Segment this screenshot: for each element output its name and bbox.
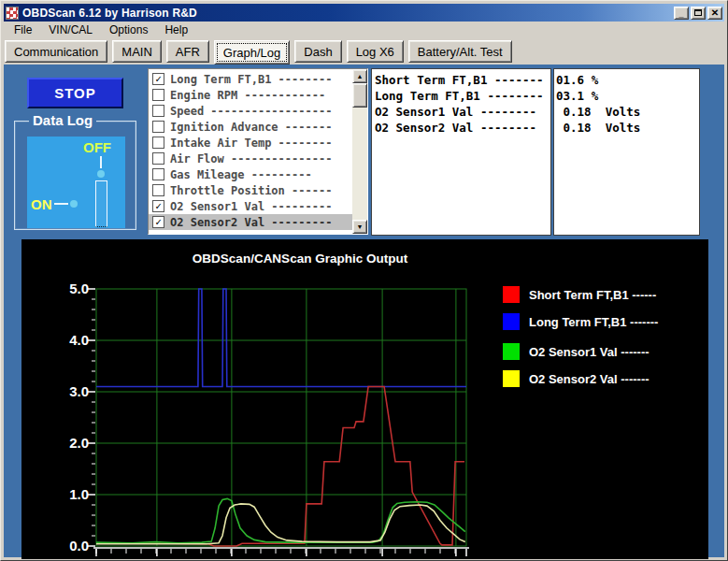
pid-rows: ✓Long Term FT,B1 -------- Engine RPM ---…: [149, 69, 352, 234]
toggle-off-tick: [100, 156, 102, 168]
maximize-button[interactable]: [691, 7, 706, 20]
checkbox[interactable]: [152, 152, 164, 165]
readout-value: 0.18 Volts: [556, 120, 699, 136]
pid-row-gas-mileage[interactable]: Gas Mileage ---------: [149, 166, 352, 182]
menu-help[interactable]: Help: [156, 22, 196, 37]
checkbox[interactable]: ✓: [152, 216, 164, 228]
y-tick-label: 1.0: [50, 486, 89, 502]
data-log-title: Data Log: [29, 112, 96, 128]
title-bar: OBDScan 6.12 by Harrison R&D _ ✕: [4, 4, 724, 22]
pid-list-scrollbar[interactable]: ▲ ▼: [352, 69, 367, 234]
toggle-on-tick: [54, 203, 68, 205]
checkbox[interactable]: ✓: [152, 200, 164, 212]
checkbox[interactable]: [152, 105, 164, 117]
minimize-button[interactable]: _: [674, 7, 689, 20]
checkbox[interactable]: [152, 121, 164, 133]
legend-swatch-blue: [503, 313, 520, 330]
readout-label: O2 Sensor1 Val --------: [375, 104, 550, 120]
pid-label: O2 Sensor2 Val ---------: [170, 216, 332, 229]
tab-log-x6[interactable]: Log X6: [347, 40, 404, 63]
pid-label: Intake Air Temp --------: [170, 137, 332, 150]
data-log-toggle-panel[interactable]: OFF ON: [27, 137, 125, 228]
pid-row-long-term-ft-b1[interactable]: ✓Long Term FT,B1 --------: [149, 71, 352, 87]
scroll-up-icon: ▲: [357, 73, 364, 79]
toggle-off-dot-icon: [97, 170, 105, 178]
toggle-off-label: OFF: [83, 139, 111, 155]
tab-graph-log[interactable]: Graph/Log: [214, 40, 290, 65]
pid-row-engine-rpm[interactable]: Engine RPM ------------: [149, 87, 352, 103]
legend-label: O2 Sensor1 Val -------: [529, 345, 649, 359]
readout-labels-panel: Short Term FT,B1 ------- Long Term FT,B1…: [371, 68, 551, 236]
menu-file[interactable]: File: [6, 22, 40, 37]
legend-label: Short Term FT,B1 ------: [529, 288, 656, 302]
pid-label: Gas Mileage ---------: [170, 168, 312, 181]
scroll-down-icon: ▼: [357, 223, 364, 230]
pid-row-ignition-advance[interactable]: Ignition Advance -------: [149, 119, 352, 135]
graph-output-panel: OBDScan/CANScan Graphic Output 5.0 4.0 3…: [21, 239, 708, 559]
toggle-on-dot-icon: [70, 200, 78, 208]
close-button[interactable]: ✕: [707, 7, 722, 20]
readout-label: Short Term FT,B1 -------: [375, 72, 550, 88]
stop-button[interactable]: STOP: [27, 78, 123, 108]
y-tick-label: 3.0: [50, 383, 89, 399]
app-window: OBDScan 6.12 by Harrison R&D _ ✕ File VI…: [0, 0, 728, 561]
tab-battery-alt-test[interactable]: Battery/Alt. Test: [408, 40, 512, 63]
readout-label: Long Term FT,B1 --------: [375, 88, 550, 104]
content-area: STOP Data Log OFF ON ✓Long Term FT,B1 --…: [4, 65, 724, 557]
menu-vincal[interactable]: VIN/CAL: [40, 22, 101, 37]
pid-label: Speed ------------------: [170, 105, 332, 118]
checkbox[interactable]: [152, 184, 164, 196]
checkbox[interactable]: [152, 137, 164, 149]
y-tick-label: 0.0: [50, 538, 89, 554]
tab-dash[interactable]: Dash: [294, 40, 341, 63]
window-title: OBDScan 6.12 by Harrison R&D: [22, 7, 197, 20]
pid-row-o2-sensor2-val[interactable]: ✓O2 Sensor2 Val ---------: [149, 214, 352, 230]
checkbox[interactable]: ✓: [152, 73, 164, 85]
toggle-on-label: ON: [31, 196, 52, 212]
menu-options[interactable]: Options: [101, 22, 156, 37]
legend-swatch-yellow: [503, 370, 520, 387]
tab-communication[interactable]: Communication: [5, 40, 107, 63]
close-icon: ✕: [711, 8, 719, 18]
y-tick-label: 2.0: [50, 435, 89, 451]
pid-label: Engine RPM ------------: [170, 89, 325, 102]
menu-bar: File VIN/CAL Options Help: [4, 22, 724, 38]
pid-label: Long Term FT,B1 --------: [170, 73, 332, 86]
legend-label: O2 Sensor2 Val -------: [529, 372, 649, 386]
pid-label: Air Flow ---------------: [170, 152, 332, 165]
app-icon: [6, 7, 19, 20]
tab-main[interactable]: MAIN: [112, 40, 162, 63]
y-tick-label: 5.0: [50, 280, 89, 296]
pid-row-air-flow[interactable]: Air Flow ---------------: [149, 151, 352, 166]
pid-row-o2-sensor1-val[interactable]: ✓O2 Sensor1 Val ---------: [149, 198, 352, 214]
legend-swatch-red: [503, 286, 520, 303]
pid-label: Throttle Position ------: [170, 184, 332, 197]
data-log-toggle-lever[interactable]: [95, 180, 107, 227]
y-tick-label: 4.0: [50, 332, 89, 348]
readout-value: 01.6 %: [556, 72, 699, 88]
checkbox[interactable]: [152, 168, 164, 180]
readout-value: 0.18 Volts: [556, 104, 699, 120]
maximize-icon: [694, 9, 702, 16]
pid-label: O2 Sensor1 Val ---------: [170, 200, 332, 213]
pid-row-speed[interactable]: Speed ------------------: [149, 103, 352, 119]
tab-bar: Communication MAIN AFR Graph/Log Dash Lo…: [4, 38, 724, 65]
minimize-icon: _: [678, 9, 683, 19]
pid-row-throttle-position[interactable]: Throttle Position ------: [149, 182, 352, 198]
pid-checklist: ✓Long Term FT,B1 -------- Engine RPM ---…: [148, 68, 368, 235]
scrollbar-thumb[interactable]: [352, 83, 367, 108]
scroll-up-button[interactable]: ▲: [352, 69, 367, 83]
checkbox[interactable]: [152, 89, 164, 101]
scroll-down-button[interactable]: ▼: [352, 220, 367, 234]
pid-label: Ignition Advance -------: [170, 121, 332, 134]
tab-afr[interactable]: AFR: [166, 40, 209, 63]
readout-values-panel: 01.6 % 03.1 % 0.18 Volts 0.18 Volts: [553, 68, 700, 236]
readout-value: 03.1 %: [556, 88, 699, 104]
legend-label: Long Term FT,B1 -------: [529, 315, 658, 329]
pid-row-intake-air-temp[interactable]: Intake Air Temp --------: [149, 135, 352, 151]
legend-swatch-green: [503, 343, 520, 360]
readout-label: O2 Sensor2 Val --------: [375, 120, 550, 136]
